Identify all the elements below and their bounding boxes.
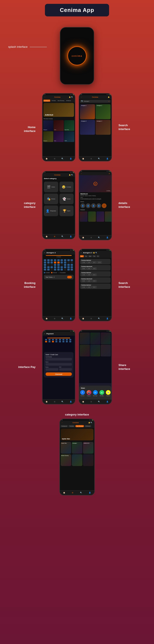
movie-card[interactable]: Robert Downey xyxy=(61,454,71,466)
related-card[interactable] xyxy=(80,212,88,222)
date-chip[interactable]: Thu xyxy=(92,255,96,257)
nav-home-icon[interactable]: 🏠 xyxy=(46,236,48,238)
time-btn[interactable]: 14:00 xyxy=(92,280,97,282)
time-btn[interactable]: 10:00 xyxy=(81,274,86,276)
cat-drama[interactable]: 🎭 Drama xyxy=(44,194,58,204)
nav-search-icon[interactable]: 🔍 xyxy=(98,158,100,160)
time-btn[interactable]: 10:00 xyxy=(81,286,86,288)
seat[interactable] xyxy=(67,259,70,261)
share-facebook[interactable]: f Facebook xyxy=(80,390,85,396)
seat[interactable] xyxy=(64,259,66,261)
seat[interactable] xyxy=(70,266,73,268)
share-snapchat[interactable]: 👻 Snapchat xyxy=(106,390,111,396)
seat[interactable] xyxy=(44,266,46,268)
result-card[interactable]: Avengers 3 xyxy=(80,120,95,135)
seat[interactable] xyxy=(64,262,66,264)
nav-home-icon[interactable]: 🏠 xyxy=(46,158,48,160)
tab-coming-out[interactable]: Coming out xyxy=(43,100,50,102)
cat-comedy[interactable]: 😂 Comedy xyxy=(59,182,74,192)
time-btn[interactable]: 22:00 xyxy=(97,261,102,264)
movie-card[interactable]: Joker xyxy=(54,131,64,142)
result-card[interactable]: Avengers 2 xyxy=(96,104,111,119)
result-card[interactable]: Avengers 4 xyxy=(96,120,111,135)
nav-search-icon[interactable]: 🔍 xyxy=(61,158,63,160)
nav-home-icon[interactable]: 🏠 xyxy=(46,318,48,320)
nav-search-icon[interactable]: 🔍 xyxy=(98,401,100,403)
filter-chip[interactable]: The Best xyxy=(68,425,75,427)
tab-now-showing[interactable]: Now Showing xyxy=(57,100,65,102)
seat-selected[interactable] xyxy=(57,262,60,264)
seat[interactable] xyxy=(57,264,60,266)
seat[interactable] xyxy=(70,268,73,270)
next-button[interactable]: → xyxy=(67,276,72,278)
seat[interactable] xyxy=(64,264,66,266)
nav-grid-icon[interactable]: ⊞ xyxy=(54,236,55,238)
time-btn[interactable]: 14:00 xyxy=(87,274,92,276)
time-btn[interactable]: 10:00 xyxy=(87,268,92,270)
seat[interactable] xyxy=(47,262,50,264)
nav-search-icon[interactable]: 🔍 xyxy=(98,236,100,238)
nav-user-icon[interactable]: 👤 xyxy=(106,401,108,403)
seat[interactable] xyxy=(70,259,73,261)
nav-user-icon[interactable]: 👤 xyxy=(70,236,72,238)
nav-user-icon[interactable]: 👤 xyxy=(70,318,72,320)
nav-user-icon[interactable]: 👤 xyxy=(70,158,72,160)
nav-grid-icon[interactable]: ⊞ xyxy=(54,401,55,403)
search-bar[interactable]: 🔍 Avengers × xyxy=(80,100,111,103)
time-btn[interactable]: 20:00 xyxy=(92,261,97,264)
seat[interactable] xyxy=(50,266,53,268)
nav-grid-icon[interactable]: ⊞ xyxy=(91,318,92,320)
nav-grid-icon[interactable]: ⊞ xyxy=(91,401,92,403)
date-chip[interactable]: Fri xyxy=(97,255,100,257)
seat[interactable] xyxy=(47,268,50,270)
play-button[interactable]: ▶ xyxy=(94,182,97,186)
nav-user-icon[interactable]: 👤 xyxy=(106,236,108,238)
checkout-button[interactable]: Checkout! xyxy=(46,372,72,376)
nav-grid-icon[interactable]: ⊞ xyxy=(54,158,55,160)
seat[interactable] xyxy=(44,268,46,270)
seat[interactable] xyxy=(54,266,56,268)
time-btn[interactable]: 14:00 xyxy=(92,268,97,270)
seat[interactable] xyxy=(44,259,46,261)
result-card[interactable]: Avengers 1 xyxy=(80,104,95,119)
seat[interactable] xyxy=(70,264,73,266)
time-btn[interactable]: 10:00 xyxy=(81,261,86,264)
time-btn[interactable]: 20:00 xyxy=(92,274,97,276)
nav-home-icon[interactable]: 🏠 xyxy=(82,236,84,238)
date-chip-active[interactable]: Mon xyxy=(80,255,84,257)
movie-card[interactable] xyxy=(83,454,94,466)
seat[interactable] xyxy=(60,262,63,264)
cat-action[interactable]: 🎬 Action xyxy=(44,182,58,192)
nav-grid-icon[interactable]: ⊞ xyxy=(54,318,55,320)
seat[interactable] xyxy=(60,266,63,268)
seat[interactable] xyxy=(47,266,50,268)
nav-user-icon[interactable]: 👤 xyxy=(70,401,72,403)
seat[interactable] xyxy=(67,266,70,268)
tab-best[interactable]: The Best xyxy=(51,100,56,102)
movie-card[interactable]: GHRI... xyxy=(64,131,74,142)
seat[interactable] xyxy=(60,268,63,270)
filter-chip-active[interactable]: Now Showing xyxy=(75,425,84,427)
movie-card[interactable]: SHERLOCK xyxy=(83,442,94,454)
nav-home-icon[interactable]: 🏠 xyxy=(46,401,48,403)
seat[interactable] xyxy=(44,264,46,266)
seat[interactable] xyxy=(50,262,53,264)
card-number-input[interactable] xyxy=(46,358,72,360)
share-messenger[interactable]: m Messenger xyxy=(93,390,98,396)
movie-card[interactable] xyxy=(72,454,82,466)
related-card[interactable] xyxy=(105,212,111,222)
seat[interactable] xyxy=(54,259,56,261)
date-chip[interactable]: Tue xyxy=(84,255,88,257)
nav-search-icon[interactable]: 🔍 xyxy=(80,492,82,494)
cvv-input[interactable] xyxy=(59,368,72,371)
seat[interactable] xyxy=(54,264,56,266)
nav-grid-icon[interactable]: ⊞ xyxy=(91,236,92,238)
nav-home-icon[interactable]: 🏠 xyxy=(82,318,84,320)
time-btn[interactable]: 14:00 xyxy=(87,286,92,288)
seat[interactable] xyxy=(60,259,63,261)
nav-user-icon[interactable]: 👤 xyxy=(106,158,108,160)
time-btn[interactable]: 20:00 xyxy=(92,286,97,288)
time-btn[interactable]: 12:00 xyxy=(87,261,92,264)
cat-horror[interactable]: 👻 Horror xyxy=(59,194,74,204)
share-instagram[interactable]: 📷 Instagram xyxy=(87,390,91,396)
